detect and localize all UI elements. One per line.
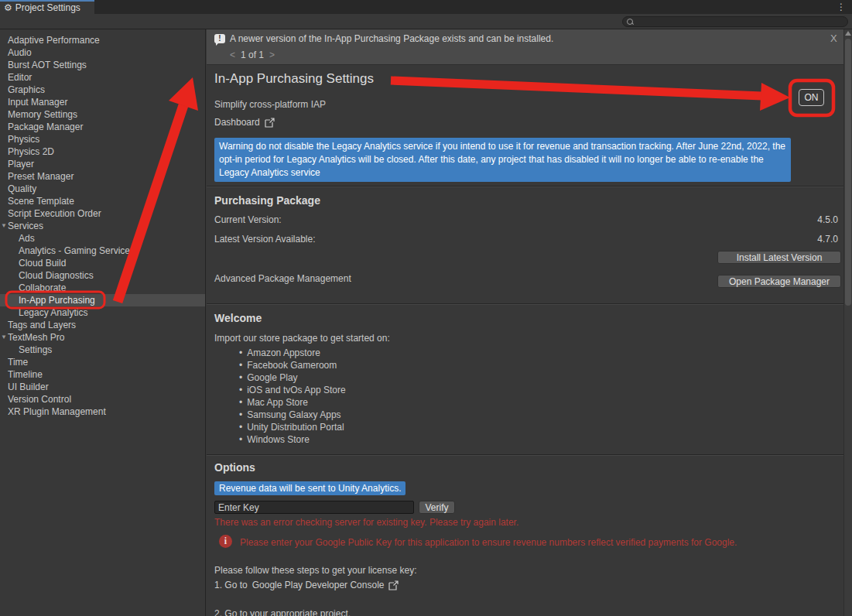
pager-prev-icon[interactable]: <: [230, 50, 235, 60]
sidebar-item-label: Input Manager: [8, 97, 67, 108]
sidebar-item[interactable]: ▼ Quality: [0, 183, 205, 195]
sidebar-item-label: Analytics - Gaming Services: [19, 245, 135, 256]
install-latest-version-button[interactable]: Install Latest Version: [717, 251, 841, 264]
sidebar-item-label: Adaptive Performance: [8, 35, 100, 46]
sidebar-item-label: Time: [8, 357, 28, 368]
bullet-icon: •: [239, 385, 242, 395]
sidebar-item[interactable]: ▼ Ads: [0, 232, 205, 245]
google-play-console-link[interactable]: Google Play Developer Console: [252, 580, 385, 590]
license-steps-intro: Please follow these steps to get your li…: [214, 565, 416, 576]
sidebar-item[interactable]: ▼ Timeline: [0, 368, 205, 381]
bullet-icon: •: [239, 434, 242, 445]
current-version-label: Current Version:: [214, 214, 282, 225]
store-list-item: •Windows Store: [239, 433, 346, 446]
sidebar-item[interactable]: ▼ Time: [0, 356, 205, 368]
analytics-revenue-badge: Revenue data will be sent to Unity Analy…: [214, 481, 405, 495]
sidebar-item-label: Scene Template: [8, 196, 74, 207]
notification-icon: !: [214, 34, 225, 43]
sidebar-item[interactable]: ▼ Analytics - Gaming Services: [0, 245, 205, 257]
sidebar-item[interactable]: ▼ Scene Template: [0, 195, 205, 207]
sidebar-item[interactable]: ▼ Tags and Layers: [0, 319, 205, 331]
sidebar-item[interactable]: ▼ Memory Settings: [0, 108, 205, 121]
sidebar-item[interactable]: ▼ Cloud Diagnostics: [0, 269, 205, 282]
dashboard-link[interactable]: Dashboard: [214, 117, 275, 128]
sidebar-item-label: Burst AOT Settings: [8, 60, 87, 70]
tab-title: Project Settings: [15, 2, 80, 13]
open-package-manager-button[interactable]: Open Package Manager: [717, 275, 841, 288]
sidebar-item-label: Script Execution Order: [8, 208, 101, 219]
sidebar-item[interactable]: ▼ UI Builder: [0, 381, 205, 393]
sidebar-item[interactable]: ▼ Burst AOT Settings: [0, 59, 205, 71]
kebab-menu-icon[interactable]: ⋮: [837, 2, 846, 12]
external-link-icon: [388, 580, 399, 590]
sidebar-item-label: Memory Settings: [8, 109, 77, 120]
error-info-icon: i: [219, 535, 232, 548]
sidebar-item-label: UI Builder: [8, 382, 49, 392]
sidebar-item[interactable]: ▼ Player: [0, 158, 205, 170]
sidebar-item-label: Ads: [19, 233, 35, 244]
foldout-icon[interactable]: ▼: [1, 220, 7, 232]
sidebar-item[interactable]: ▼ In-App Purchasing: [0, 294, 205, 306]
sidebar-item[interactable]: ▼ Legacy Analytics: [0, 306, 205, 319]
vertical-scrollbar[interactable]: [843, 29, 852, 616]
bullet-icon: •: [239, 422, 242, 433]
sidebar-item[interactable]: ▼ Cloud Build: [0, 257, 205, 269]
search-input[interactable]: [637, 17, 838, 26]
gear-icon: ⚙: [4, 3, 12, 12]
store-list-item: •Google Play: [239, 371, 346, 384]
sidebar-item[interactable]: ▼ Input Manager: [0, 96, 205, 108]
current-version-value: 4.5.0: [817, 214, 838, 225]
store-list-item: •Samsung Galaxy Apps: [239, 409, 346, 421]
sidebar-item[interactable]: ▼ Physics: [0, 133, 205, 145]
sidebar-item-label: TextMesh Pro: [8, 332, 64, 343]
window-titlebar: ⚙ Project Settings ⋮: [0, 0, 852, 14]
store-list-item: •Amazon Appstore: [239, 347, 346, 359]
sidebar-item[interactable]: ▼ Preset Manager: [0, 170, 205, 183]
latest-version-value: 4.7.0: [817, 234, 838, 245]
server-error-text: There was an error checking server for e…: [214, 517, 518, 528]
sidebar-item[interactable]: ▼ TextMesh Pro: [0, 331, 205, 344]
step-1: 1. Go to Google Play Developer Console: [214, 580, 399, 590]
sidebar-item[interactable]: ▼ Package Manager: [0, 121, 205, 133]
scrollbar-thumb[interactable]: [845, 39, 851, 306]
advanced-package-management-label: Advanced Package Management: [214, 273, 351, 284]
sidebar-item[interactable]: ▼ Graphics: [0, 84, 205, 96]
bullet-icon: •: [239, 360, 242, 371]
iap-toggle-button[interactable]: ON: [799, 89, 824, 106]
sidebar-item-label: Package Manager: [8, 121, 83, 132]
pager-count: 1 of 1: [241, 50, 264, 60]
sidebar-item[interactable]: ▼ Version Control: [0, 393, 205, 406]
notification-message: A newer version of the In-App Purchasing…: [230, 33, 553, 44]
sidebar-item[interactable]: ▼ Collaborate: [0, 282, 205, 294]
sidebar-item[interactable]: ▼ Physics 2D: [0, 145, 205, 158]
bullet-icon: •: [239, 409, 242, 420]
verify-button[interactable]: Verify: [419, 501, 455, 514]
scroll-up-icon[interactable]: [845, 31, 851, 36]
tab-project-settings[interactable]: ⚙ Project Settings: [0, 0, 94, 14]
sidebar-item-label: Physics 2D: [8, 146, 54, 157]
sidebar-item-label: Quality: [8, 183, 36, 194]
pager-next-icon[interactable]: >: [269, 50, 275, 60]
search-box[interactable]: [622, 16, 848, 27]
sidebar-item-label: Preset Manager: [8, 171, 74, 182]
close-icon[interactable]: X: [830, 33, 837, 44]
store-list-item: •Mac App Store: [239, 396, 346, 409]
sidebar-item[interactable]: ▼ Editor: [0, 71, 205, 84]
foldout-icon[interactable]: ▼: [1, 331, 7, 344]
sidebar-item-label: Tags and Layers: [8, 320, 76, 330]
sidebar-item[interactable]: ▼ XR Plugin Management: [0, 406, 205, 418]
sidebar-item-label: Collaborate: [19, 282, 66, 293]
sidebar-item-label: Graphics: [8, 84, 45, 95]
google-key-input[interactable]: [214, 501, 414, 514]
sidebar-item[interactable]: ▼ Adaptive Performance: [0, 34, 205, 46]
sidebar-item[interactable]: ▼ Audio: [0, 46, 205, 59]
sidebar-item[interactable]: ▼ Script Execution Order: [0, 207, 205, 220]
sidebar-item-label: Settings: [19, 344, 52, 355]
store-list-item: •Facebook Gameroom: [239, 359, 346, 371]
options-heading: Options: [214, 461, 255, 474]
welcome-heading: Welcome: [214, 312, 262, 324]
legacy-analytics-warning: Warning do not disable the Legacy Analyt…: [214, 138, 791, 182]
sidebar-item[interactable]: ▼ Settings: [0, 344, 205, 356]
settings-main-panel: ! A newer version of the In-App Purchasi…: [207, 29, 852, 616]
sidebar-item[interactable]: ▼ Services: [0, 220, 205, 232]
